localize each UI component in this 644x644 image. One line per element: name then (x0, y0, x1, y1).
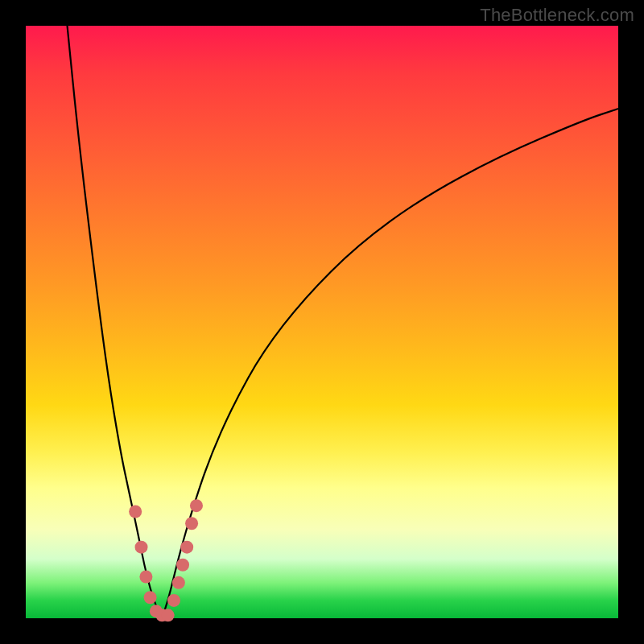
highlight-dot (176, 559, 189, 572)
curve-right-branch (162, 109, 618, 618)
chart-frame: TheBottleneck.com (0, 0, 644, 644)
highlight-dot (172, 576, 185, 589)
highlight-dot (129, 506, 142, 518)
highlight-dot (139, 570, 152, 583)
highlight-dot (162, 609, 175, 621)
highlight-dot (185, 517, 198, 530)
plot-area (26, 26, 618, 618)
highlight-dots-group (129, 499, 203, 621)
chart-svg (26, 26, 618, 618)
highlight-dot (190, 499, 203, 512)
highlight-dot (180, 541, 193, 554)
highlight-dot (144, 591, 157, 604)
highlight-dot (135, 541, 148, 554)
highlight-dot (167, 594, 180, 607)
curve-left-branch (68, 26, 163, 618)
watermark-text: TheBottleneck.com (480, 5, 634, 26)
